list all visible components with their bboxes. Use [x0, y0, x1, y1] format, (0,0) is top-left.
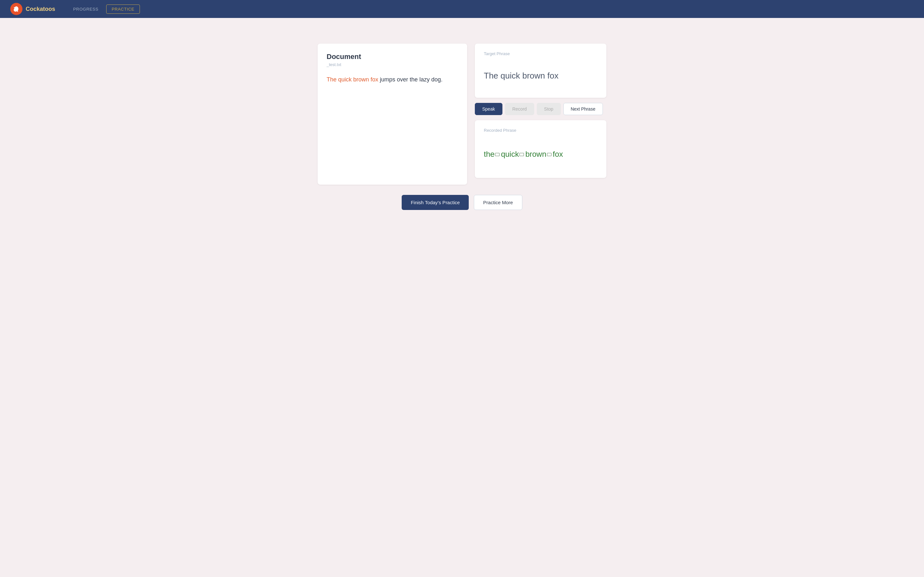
finish-practice-button[interactable]: Finish Today's Practice: [402, 195, 469, 210]
brand-name: Cockatoos: [26, 6, 55, 13]
recorded-word: the: [484, 150, 500, 159]
recorded-word: brown: [525, 150, 552, 159]
document-text: The quick brown fox jumps over the lazy …: [326, 75, 458, 85]
target-phrase-card: Target Phrase The quick brown fox: [475, 44, 606, 98]
brand: Cockatoos: [10, 3, 55, 15]
stop-button[interactable]: Stop: [537, 103, 561, 115]
gap-indicator: [519, 153, 524, 156]
record-button[interactable]: Record: [505, 103, 534, 115]
target-phrase-text: The quick brown fox: [484, 61, 598, 90]
recorded-phrase-card: Recorded Phrase the quick brown fox: [475, 120, 606, 178]
buttons-row: Speak Record Stop Next Phrase: [475, 103, 606, 115]
gap-indicator: [495, 153, 499, 156]
navbar-links: PROGRESS PRACTICE: [68, 5, 140, 14]
document-card: Document _test.txt The quick brown fox j…: [318, 44, 467, 185]
target-phrase-label: Target Phrase: [484, 51, 598, 56]
recorded-word: fox: [553, 150, 563, 159]
recorded-phrase-text: the quick brown fox: [484, 138, 598, 167]
recorded-phrase-label: Recorded Phrase: [484, 128, 598, 133]
practice-more-button[interactable]: Practice More: [474, 195, 522, 210]
document-filename: _test.txt: [326, 62, 458, 67]
document-highlighted-text: The quick brown fox: [326, 76, 378, 83]
right-column: Target Phrase The quick brown fox Speak …: [475, 44, 606, 178]
bird-icon: [13, 5, 20, 13]
document-title: Document: [326, 53, 458, 61]
navbar: Cockatoos PROGRESS PRACTICE: [0, 0, 924, 18]
nav-practice[interactable]: PRACTICE: [106, 5, 140, 14]
speak-button[interactable]: Speak: [475, 103, 502, 115]
next-phrase-button[interactable]: Next Phrase: [564, 103, 603, 115]
nav-progress[interactable]: PROGRESS: [68, 5, 103, 13]
main-content: Document _test.txt The quick brown fox j…: [0, 18, 924, 229]
recorded-word: quick: [501, 150, 525, 159]
gap-indicator: [547, 153, 551, 156]
brand-logo: [10, 3, 23, 15]
bottom-buttons: Finish Today's Practice Practice More: [402, 195, 522, 210]
cards-row: Document _test.txt The quick brown fox j…: [318, 44, 606, 185]
document-normal-text: jumps over the lazy dog.: [378, 76, 443, 83]
